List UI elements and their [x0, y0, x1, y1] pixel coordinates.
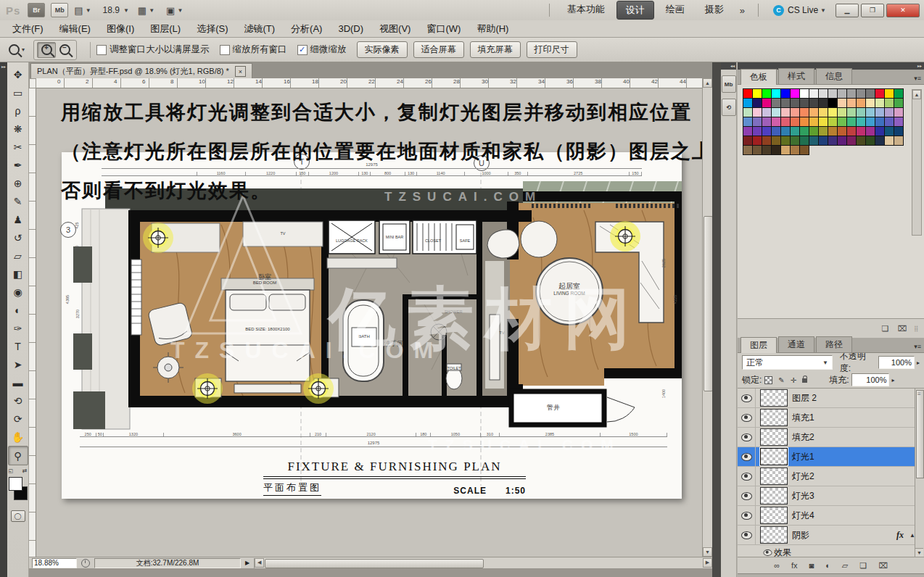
color-swatch[interactable]	[846, 117, 857, 127]
menu-item[interactable]: 图层(L)	[142, 20, 189, 37]
color-swatch[interactable]	[856, 107, 866, 117]
tool-button[interactable]: ▱	[9, 246, 28, 265]
color-swatch[interactable]	[875, 136, 885, 146]
color-swatch[interactable]	[771, 145, 781, 155]
color-swatch[interactable]	[875, 98, 885, 108]
color-swatch[interactable]	[780, 145, 791, 155]
panel-menu-icon[interactable]: ▾≡	[914, 75, 921, 82]
color-swatch[interactable]	[762, 136, 772, 146]
scroll-right-icon[interactable]: ▶	[703, 558, 712, 568]
minimize-button[interactable]: ▁	[836, 4, 859, 17]
tool-button[interactable]: ✋	[9, 428, 28, 446]
tab-layers[interactable]: 图层	[741, 337, 777, 353]
color-swatch[interactable]	[837, 107, 847, 117]
color-swatch[interactable]	[894, 117, 904, 127]
ruler-origin-corner[interactable]	[29, 78, 36, 88]
visibility-toggle[interactable]	[738, 389, 756, 407]
horizontal-ruler[interactable]: 0246810121416182022242628303234363840424…	[36, 78, 702, 88]
color-swatch[interactable]	[799, 88, 809, 99]
color-swatch[interactable]	[818, 126, 828, 136]
workspace-button[interactable]: 绘画	[657, 1, 693, 20]
tool-button[interactable]: ✎	[9, 192, 28, 210]
color-swatch[interactable]	[790, 117, 800, 127]
color-swatch[interactable]	[771, 88, 781, 99]
menu-item[interactable]: 滤镜(T)	[236, 20, 283, 37]
link-layers-button[interactable]: ∞	[774, 561, 780, 570]
layer-row[interactable]: 填充1 fx ▲	[738, 408, 924, 428]
horizontal-scrollbar[interactable]: ◀ ▶	[254, 558, 712, 568]
visibility-toggle[interactable]	[738, 428, 756, 447]
menu-item[interactable]: 视图(V)	[371, 20, 418, 37]
tool-button[interactable]: ✂	[9, 138, 28, 156]
color-swatch[interactable]	[894, 126, 904, 136]
color-swatch[interactable]	[837, 88, 847, 99]
color-swatch[interactable]	[837, 98, 847, 108]
color-swatch[interactable]	[790, 98, 800, 108]
zoom-preset-button[interactable]: 实际像素	[357, 41, 408, 58]
delete-layer-button[interactable]: ⌧	[878, 561, 888, 570]
color-swatch[interactable]	[846, 107, 857, 117]
scroll-up-icon[interactable]: ▲	[703, 78, 712, 88]
option-checkbox[interactable]: ✓ 调整窗口大小以满屏显示	[96, 43, 210, 56]
tools-dock-collapse-strip[interactable]: ▸▸	[0, 62, 7, 577]
color-swatch[interactable]	[865, 136, 875, 146]
color-swatch[interactable]	[828, 107, 838, 117]
color-swatch[interactable]	[856, 126, 866, 136]
canvas-viewport[interactable]: 用缩放工具将灯光调整到合适大小，复制灯光图层并移动到相应位置 （注意灯光所在图层…	[36, 88, 702, 557]
color-swatch[interactable]	[884, 136, 894, 146]
color-swatch[interactable]	[837, 136, 847, 146]
opacity-spinner-icon[interactable]: ▸	[917, 360, 920, 366]
color-swatch[interactable]	[790, 145, 800, 155]
layer-fx-badge[interactable]: fx	[896, 530, 904, 541]
foreground-color-well[interactable]	[9, 477, 22, 491]
menu-item[interactable]: 帮助(H)	[469, 20, 516, 37]
visibility-toggle[interactable]	[738, 408, 756, 427]
menu-item[interactable]: 分析(A)	[283, 20, 330, 37]
color-swatch[interactable]	[799, 107, 809, 117]
lock-pixels-icon[interactable]: ✎	[778, 376, 784, 384]
tool-button[interactable]: ◧	[9, 265, 28, 283]
vertical-scrollbar[interactable]: ▲ ▼	[702, 78, 712, 557]
menu-item[interactable]: 图像(I)	[99, 20, 142, 37]
zoom-level-dropdown[interactable]: 18.9	[103, 5, 120, 15]
layer-thumbnail[interactable]	[760, 428, 788, 446]
color-swatch[interactable]	[856, 136, 866, 146]
visibility-toggle[interactable]	[738, 506, 756, 525]
layer-thumbnail[interactable]	[760, 468, 788, 485]
tool-button[interactable]: ✥	[9, 65, 28, 83]
color-swatch[interactable]	[865, 98, 875, 108]
color-swatch[interactable]	[856, 117, 866, 127]
color-swatch[interactable]	[865, 107, 875, 117]
zoom-preset-button[interactable]: 填充屏幕	[470, 41, 521, 58]
vertical-ruler[interactable]: 02468101214161820222426283032	[29, 88, 36, 557]
color-swatch[interactable]	[818, 88, 828, 99]
color-swatch[interactable]	[743, 88, 753, 99]
color-swatch[interactable]	[771, 98, 781, 108]
color-swatch[interactable]	[780, 88, 791, 99]
tab-info[interactable]: 信息	[816, 68, 852, 84]
layer-thumbnail[interactable]	[760, 389, 788, 407]
layer-style-button[interactable]: fx	[791, 561, 798, 570]
close-button[interactable]: ✕	[886, 4, 920, 17]
layer-row[interactable]: 图层 2 fx ▲	[738, 389, 924, 408]
tool-button[interactable]: T	[9, 337, 28, 355]
color-swatch[interactable]	[837, 126, 847, 136]
color-swatch[interactable]	[875, 88, 885, 99]
color-swatch[interactable]	[780, 117, 791, 127]
tool-button[interactable]: ▬	[9, 373, 28, 391]
layer-thumbnail[interactable]	[760, 487, 788, 505]
workspace-button[interactable]: 基本功能	[558, 1, 614, 20]
tool-button[interactable]: ▭	[9, 83, 28, 101]
view-extras-dropdown[interactable]: ▤▼	[74, 5, 91, 16]
color-swatch[interactable]	[809, 107, 819, 117]
color-swatch[interactable]	[743, 107, 753, 117]
layer-thumbnail[interactable]	[760, 448, 788, 465]
option-checkbox[interactable]: ✓ 细微缩放	[297, 43, 347, 56]
tool-button[interactable]: ◉	[9, 283, 28, 301]
visibility-toggle[interactable]	[738, 467, 756, 486]
layer-row[interactable]: 灯光3 fx ▲	[738, 486, 924, 506]
color-swatch[interactable]	[762, 88, 772, 99]
more-workspaces-chevron[interactable]: »	[740, 5, 745, 16]
color-swatch[interactable]	[771, 136, 781, 146]
menu-item[interactable]: 窗口(W)	[418, 20, 469, 37]
